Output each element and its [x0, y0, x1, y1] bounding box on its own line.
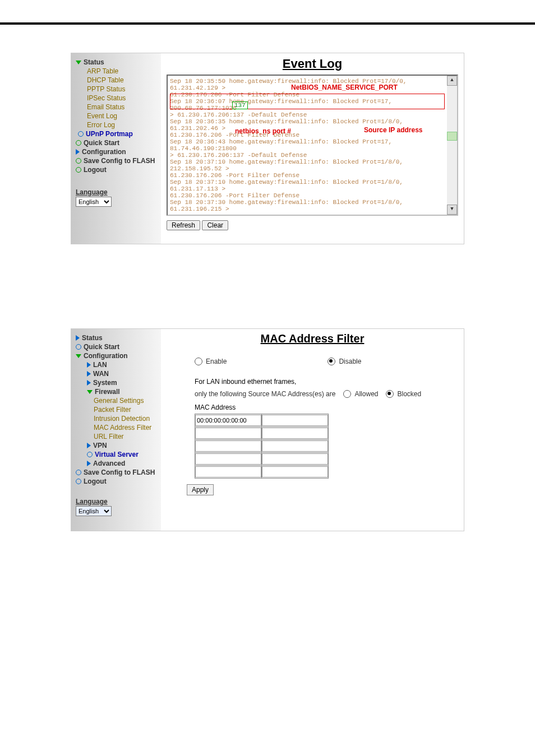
enable-option[interactable]: Enable: [195, 356, 227, 367]
circle-icon: [76, 167, 81, 173]
nav-fw-mac-filter[interactable]: MAC Address Filter: [76, 423, 158, 432]
nav-logout[interactable]: Logout: [76, 477, 158, 486]
mac-header: MAC Address: [195, 403, 458, 411]
nav-configuration[interactable]: Configuration: [76, 351, 158, 360]
language-select[interactable]: English: [76, 197, 112, 207]
mac-address-table: [195, 414, 329, 479]
sidebar: Status ARP Table DHCP Table PPTP Status …: [71, 53, 161, 244]
nav-virtual-server[interactable]: Virtual Server: [76, 450, 158, 459]
circle-icon: [76, 470, 81, 475]
mac-input-6[interactable]: [262, 440, 328, 452]
nav-dhcp-table[interactable]: DHCP Table: [76, 76, 158, 85]
nav-arp-table[interactable]: ARP Table: [76, 67, 158, 76]
expand-down-icon: [76, 354, 81, 358]
mac-input-3[interactable]: [195, 428, 261, 439]
radio-allowed[interactable]: [343, 390, 351, 398]
nav-event-log[interactable]: Event Log: [76, 112, 158, 120]
nav-wan[interactable]: WAN: [76, 369, 158, 378]
nav-error-log[interactable]: Error Log: [76, 120, 158, 129]
enable-label: Enable: [206, 358, 227, 365]
scroll-thumb[interactable]: [447, 132, 457, 141]
scrollbar[interactable]: ▲ ▼: [447, 76, 457, 215]
scroll-down-icon[interactable]: ▼: [447, 205, 457, 215]
disable-option[interactable]: Disable: [328, 356, 361, 367]
mac-input-5[interactable]: [195, 440, 261, 452]
nav-lan[interactable]: LAN: [76, 360, 158, 369]
nav-quick-start[interactable]: Quick Start: [76, 138, 158, 147]
mac-input-1[interactable]: [195, 415, 261, 426]
scroll-up-icon[interactable]: ▲: [447, 76, 457, 86]
event-log-screenshot: Status ARP Table DHCP Table PPTP Status …: [71, 53, 464, 244]
nav-logout[interactable]: Logout: [76, 165, 158, 174]
expand-right-icon: [87, 362, 91, 368]
blocked-label: Blocked: [397, 390, 421, 398]
apply-button[interactable]: Apply: [187, 484, 214, 495]
refresh-button[interactable]: Refresh: [167, 220, 200, 230]
expand-right-icon: [87, 443, 91, 448]
event-log-textarea[interactable]: Sep 18 20:35:50 home.gateway:firewall:in…: [167, 75, 458, 216]
circle-icon: [76, 344, 81, 350]
expand-right-icon: [87, 371, 91, 377]
annotation-netbios-port: netbios_ns port #: [235, 127, 291, 135]
nav-fw-intrusion[interactable]: Intrusion Detection: [76, 414, 158, 423]
mac-input-2[interactable]: [262, 415, 328, 426]
allowed-label: Allowed: [354, 390, 378, 398]
radio-blocked[interactable]: [386, 390, 394, 398]
expand-down-icon: [76, 61, 81, 64]
nav-configuration[interactable]: Configuration: [76, 147, 158, 156]
nav-system[interactable]: System: [76, 378, 158, 387]
circle-icon: [76, 158, 81, 164]
mac-input-7[interactable]: [195, 453, 261, 465]
disable-label: Disable: [339, 358, 361, 365]
expand-right-icon: [87, 461, 91, 466]
nav-pptp-status[interactable]: PPTP Status: [76, 85, 158, 94]
mac-input-8[interactable]: [262, 453, 328, 465]
nav-save-config[interactable]: Save Config to FLASH: [76, 468, 158, 477]
circle-icon: [87, 452, 93, 457]
annotation-port-highlight: 137: [232, 101, 248, 109]
expand-right-icon: [87, 380, 91, 386]
nav-status[interactable]: Status: [76, 333, 158, 342]
mac-input-9[interactable]: [195, 466, 261, 477]
mac-input-4[interactable]: [262, 428, 328, 439]
nav-ipsec-status[interactable]: IPSec Status: [76, 94, 158, 103]
expand-right-icon: [76, 149, 80, 155]
annotation-netbios-name: NetBIOS_NAME_SERVICE_PORT: [291, 84, 398, 91]
nav-email-status[interactable]: Email Status: [76, 103, 158, 112]
sidebar: Status Quick Start Configuration LAN WAN…: [71, 329, 161, 531]
mac-filter-screenshot: Status Quick Start Configuration LAN WAN…: [71, 328, 464, 531]
nav-firewall[interactable]: Firewall: [76, 387, 158, 396]
nav-fw-general[interactable]: General Settings: [76, 396, 158, 405]
nav-upnp-portmap[interactable]: UPnP Portmap: [76, 129, 158, 138]
nav-save-config[interactable]: Save Config to FLASH: [76, 156, 158, 165]
expand-right-icon: [76, 335, 80, 341]
language-label: Language: [76, 188, 158, 197]
only-text: only the following Source MAC Address(es…: [195, 390, 335, 398]
radio-icon[interactable]: [195, 358, 202, 365]
clear-button[interactable]: Clear: [202, 220, 228, 230]
nav-advanced[interactable]: Advanced: [76, 459, 158, 468]
circle-icon: [76, 479, 81, 484]
circle-icon: [78, 131, 84, 137]
nav-fw-packet-filter[interactable]: Packet Filter: [76, 405, 158, 414]
mac-input-10[interactable]: [262, 466, 328, 477]
circle-icon: [76, 140, 81, 146]
expand-down-icon: [87, 390, 93, 394]
page-title: Event Log: [167, 53, 458, 71]
nav-fw-url-filter[interactable]: URL Filter: [76, 432, 158, 441]
page-title: MAC Address Filter: [167, 329, 458, 345]
radio-icon[interactable]: [328, 358, 335, 365]
frames-text: For LAN inbound ethernet frames,: [195, 378, 458, 386]
annotation-source-ip: Source IP address: [364, 126, 423, 134]
language-select[interactable]: English: [76, 506, 112, 516]
nav-label: Status: [84, 58, 104, 66]
nav-quick-start[interactable]: Quick Start: [76, 342, 158, 351]
nav-vpn[interactable]: VPN: [76, 441, 158, 450]
nav-status[interactable]: Status: [76, 58, 158, 67]
language-label: Language: [76, 497, 158, 506]
